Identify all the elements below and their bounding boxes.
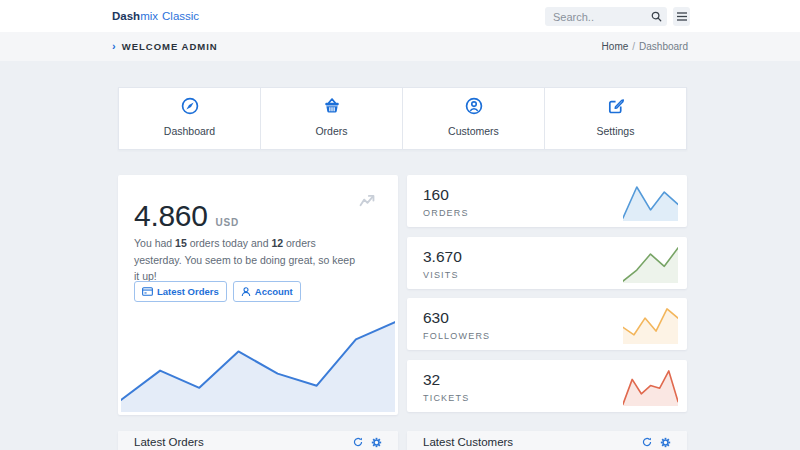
stat-value: 630 [423,310,449,326]
latest-orders-button[interactable]: Latest Orders [134,281,227,302]
edit-icon [607,97,625,115]
gear-icon[interactable] [660,437,671,448]
latest-orders-card: Latest Orders [118,431,398,450]
brand-logo[interactable]: DashmixClassic [112,0,199,32]
user-circle-icon [465,97,483,115]
basket-icon [323,97,341,115]
search-input[interactable] [545,11,647,23]
card-title: Latest Customers [423,436,642,448]
followers-sparkline [623,307,678,344]
earnings-chart [121,311,395,412]
wallet-icon [142,287,153,296]
nav-card-orders[interactable]: Orders [261,88,403,149]
chart-icon [359,195,375,207]
card-header: Latest Orders [118,431,398,450]
compass-icon [181,97,199,115]
breadcrumb-current: Dashboard [639,41,688,52]
stat-card-visits: 3.670 VISITS [407,237,687,289]
earnings-card: 4.860 USD You had 15 orders today and 12… [118,175,398,415]
stat-value: 160 [423,187,449,203]
stat-card-followers: 630 FOLLOWERS [407,298,687,350]
user-icon [241,287,251,297]
latest-customers-card: Latest Customers [407,431,687,450]
stat-card-tickets: 32 TICKETS [407,360,687,412]
breadcrumb-home[interactable]: Home [602,41,629,52]
stat-label: FOLLOWERS [423,331,490,341]
search-box [545,7,667,26]
page-title-row: › WELCOME ADMIN [112,32,218,61]
earnings-value: 4.860 [134,199,208,233]
earnings-value-row: 4.860 USD [134,199,239,233]
nav-card-customers[interactable]: Customers [403,88,545,149]
nav-card-settings[interactable]: Settings [545,88,686,149]
refresh-icon[interactable] [642,437,652,447]
nav-card-label: Orders [315,125,347,137]
chevron-right-icon: › [112,40,116,52]
gear-icon[interactable] [371,437,382,448]
earnings-summary: You had 15 orders today and 12 orders ye… [134,235,362,285]
stat-label: VISITS [423,270,459,280]
page-hero: › WELCOME ADMIN Home / Dashboard [0,32,800,61]
account-button[interactable]: Account [233,281,301,302]
nav-card-label: Settings [597,125,635,137]
orders-sparkline [623,184,678,221]
nav-card-dashboard[interactable]: Dashboard [119,88,261,149]
earnings-currency: USD [216,217,240,228]
earnings-actions: Latest Orders Account [134,281,301,302]
breadcrumb-separator: / [632,41,635,52]
brand-light: mix [140,10,158,22]
search-icon[interactable] [647,7,665,26]
breadcrumb: Home / Dashboard [602,32,688,61]
stat-value: 3.670 [423,249,462,265]
visits-sparkline [623,246,678,283]
stat-value: 32 [423,372,440,388]
stat-card-orders: 160 ORDERS [407,175,687,227]
stat-label: ORDERS [423,208,469,218]
page-title: WELCOME ADMIN [122,41,218,52]
hamburger-icon [677,12,687,21]
app-header: DashmixClassic [0,0,800,32]
quick-nav-row: Dashboard Orders Customers Settings [118,87,687,150]
tickets-sparkline [623,369,678,406]
stat-label: TICKETS [423,393,469,403]
card-header: Latest Customers [407,431,687,450]
brand-bold: Dash [112,10,140,22]
brand-variant: Classic [162,10,199,22]
menu-toggle-button[interactable] [673,7,690,26]
nav-card-label: Customers [448,125,499,137]
nav-card-label: Dashboard [164,125,215,137]
refresh-icon[interactable] [353,437,363,447]
card-title: Latest Orders [134,436,353,448]
